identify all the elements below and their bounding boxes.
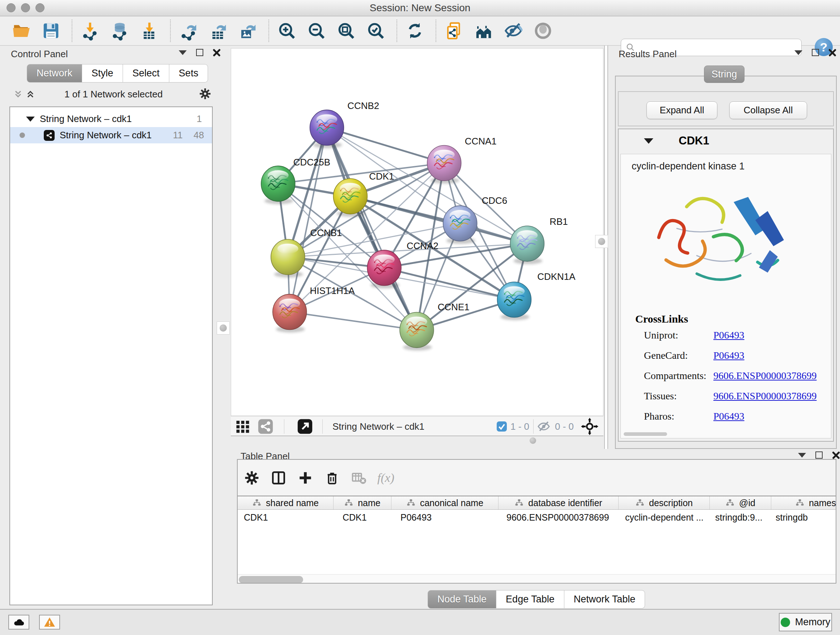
column-header-description[interactable]: description — [619, 496, 710, 509]
edge-CCNB2-CCNA1[interactable] — [327, 128, 444, 163]
save-session-button[interactable] — [41, 20, 62, 41]
expand-all-button[interactable]: Expand All — [646, 101, 717, 119]
title-bar: Session: New Session — [0, 0, 840, 16]
close-panel-icon[interactable] — [213, 49, 221, 57]
float-panel-icon[interactable] — [179, 50, 187, 55]
zoom-in-button[interactable] — [276, 20, 297, 41]
float-panel-icon[interactable] — [794, 50, 802, 55]
column-header-canonical-name[interactable]: canonical name — [392, 496, 499, 509]
gear-icon[interactable] — [199, 88, 211, 101]
zoom-fit-button[interactable] — [336, 20, 357, 41]
maximize-panel-icon[interactable] — [196, 49, 203, 56]
fit-content-icon[interactable] — [581, 418, 598, 434]
cell-database-identifier[interactable]: 9606.ENSP00000378699 — [499, 510, 619, 525]
node-label-CCNE1: CCNE1 — [438, 302, 470, 312]
crosslink-value-link[interactable]: 9606.ENSP00000378699 — [714, 390, 816, 402]
attribute-tree-icon — [252, 498, 262, 508]
network-collection-row[interactable]: String Network – cdk1 1 — [10, 111, 212, 127]
close-panel-icon[interactable] — [829, 49, 836, 57]
selected-checkbox-icon[interactable] — [496, 418, 508, 434]
warning-button[interactable] — [39, 615, 60, 630]
node-CCNE1[interactable]: CCNE1 — [400, 302, 470, 351]
left-splitter-handle[interactable] — [217, 321, 230, 334]
collapse-all-icon[interactable] — [13, 89, 23, 101]
control-panel-controls — [179, 49, 221, 57]
float-panel-icon[interactable] — [798, 453, 806, 458]
node-CDKN1A[interactable]: CDKN1A — [497, 272, 576, 320]
close-panel-icon[interactable] — [832, 451, 840, 459]
maximize-panel-icon[interactable] — [815, 451, 823, 459]
tab-edge-table[interactable]: Edge Table — [496, 590, 564, 608]
network-row-selected[interactable]: String Network – cdk1 11 48 — [10, 127, 212, 143]
results-scrollbar[interactable] — [624, 432, 667, 436]
import-network-button[interactable] — [80, 20, 101, 41]
grid-view-icon[interactable] — [235, 418, 250, 434]
hide-selected-button[interactable] — [503, 20, 524, 41]
import-database-button[interactable] — [109, 20, 130, 41]
edge-CCNB2-HIST1H1A[interactable] — [290, 128, 327, 312]
open-in-window-icon[interactable] — [297, 418, 313, 434]
zoom-selected-button[interactable] — [365, 20, 386, 41]
export-image-button[interactable] — [237, 20, 258, 41]
crosslink-value-link[interactable]: P06493 — [714, 329, 745, 340]
tab-string[interactable]: String — [704, 65, 745, 83]
cell-name[interactable]: CDK1 — [333, 510, 392, 525]
column-header-namespace[interactable]: namespace — [771, 496, 836, 509]
export-table-button[interactable] — [208, 20, 229, 41]
tab-node-table[interactable]: Node Table — [428, 590, 496, 608]
cell-@id[interactable]: stringdb:9... — [710, 510, 771, 525]
cell-canonical-name[interactable]: P06493 — [392, 510, 499, 525]
column-header-@id[interactable]: @id — [710, 496, 771, 509]
scrollbar-thumb[interactable] — [239, 576, 303, 583]
collection-caret-icon[interactable] — [26, 117, 35, 122]
zoom-out-button[interactable] — [306, 20, 327, 41]
cell-shared-name[interactable]: CDK1 — [238, 510, 333, 525]
column-header-name[interactable]: name — [333, 496, 392, 509]
network-canvas[interactable]: CCNB2 CCNA1 CDC25B CDK1 CDC6 RB1 CCNB1 C… — [231, 48, 603, 416]
add-column-icon[interactable] — [297, 470, 314, 486]
show-columns-icon[interactable] — [270, 470, 287, 486]
home-button[interactable] — [473, 20, 494, 41]
crosslink-value-link[interactable]: P06493 — [714, 410, 745, 422]
crosslink-value-link[interactable]: 9606.ENSP00000378699 — [714, 370, 816, 381]
collapse-all-button[interactable]: Collapse All — [729, 101, 807, 119]
share-network-icon[interactable] — [257, 418, 273, 434]
export-network-button[interactable] — [178, 20, 199, 41]
attribute-tree-icon — [725, 498, 735, 508]
horizontal-splitter-handle[interactable] — [530, 437, 536, 444]
tab-network-table[interactable]: Network Table — [564, 590, 645, 608]
table-horizontal-scrollbar[interactable] — [238, 574, 836, 584]
crosslink-value-link[interactable]: P06493 — [714, 350, 745, 361]
cell-description[interactable]: cyclin-dependent ... — [619, 510, 710, 525]
import-table-button[interactable] — [139, 20, 160, 41]
node-RB1[interactable]: RB1 — [510, 217, 568, 264]
show-graphics-details-button[interactable] — [532, 20, 554, 41]
cell-namespace[interactable]: stringdb — [771, 510, 836, 525]
tab-style[interactable]: Style — [82, 64, 123, 82]
refresh-button[interactable] — [404, 20, 425, 41]
tab-sets[interactable]: Sets — [169, 64, 208, 82]
hidden-eye-icon[interactable] — [537, 418, 551, 434]
tab-select[interactable]: Select — [123, 64, 169, 82]
edge-HIST1H1A-CCNE1[interactable] — [290, 312, 417, 330]
network-graph[interactable]: CCNB2 CCNA1 CDC25B CDK1 CDC6 RB1 CCNB1 C… — [231, 49, 603, 416]
tab-network[interactable]: Network — [27, 64, 82, 82]
right-splitter-handle[interactable] — [595, 235, 608, 248]
delete-column-icon[interactable] — [324, 470, 340, 486]
node-HIST1H1A[interactable]: HIST1H1A — [273, 286, 355, 333]
clone-network-button[interactable] — [444, 20, 464, 41]
protein-section-header[interactable]: CDK1 — [619, 129, 833, 152]
column-header-database-identifier[interactable]: database identifier — [499, 496, 619, 509]
show-graphics-details-icon — [533, 21, 553, 41]
node-CCNB1[interactable]: CCNB1 — [271, 228, 342, 278]
open-session-button[interactable] — [11, 20, 32, 41]
table-settings-gear-icon[interactable] — [243, 470, 260, 486]
maximize-panel-icon[interactable] — [812, 49, 819, 56]
column-header-shared-name[interactable]: shared name — [238, 496, 333, 509]
cloud-button[interactable] — [8, 615, 29, 630]
collapse-caret-icon[interactable] — [644, 138, 653, 144]
memory-button[interactable]: Memory — [779, 613, 832, 631]
expand-all-icon[interactable] — [25, 89, 35, 101]
node-CCNA1[interactable]: CCNA1 — [427, 136, 497, 184]
table-row[interactable]: CDK1CDK1P064939606.ENSP00000378699cyclin… — [238, 510, 836, 525]
